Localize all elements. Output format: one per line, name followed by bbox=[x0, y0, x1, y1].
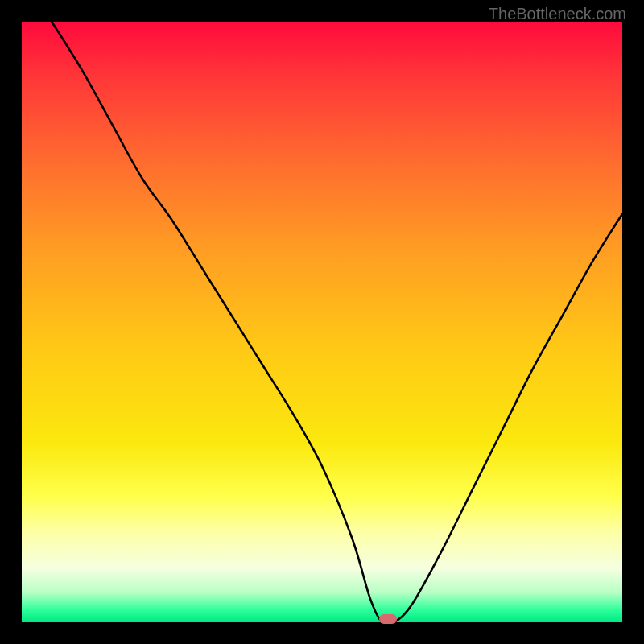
watermark-text: TheBottleneck.com bbox=[489, 5, 626, 23]
gradient-background bbox=[22, 22, 622, 622]
chart-container: TheBottleneck.com bbox=[0, 0, 644, 644]
optimum-marker bbox=[379, 614, 397, 624]
